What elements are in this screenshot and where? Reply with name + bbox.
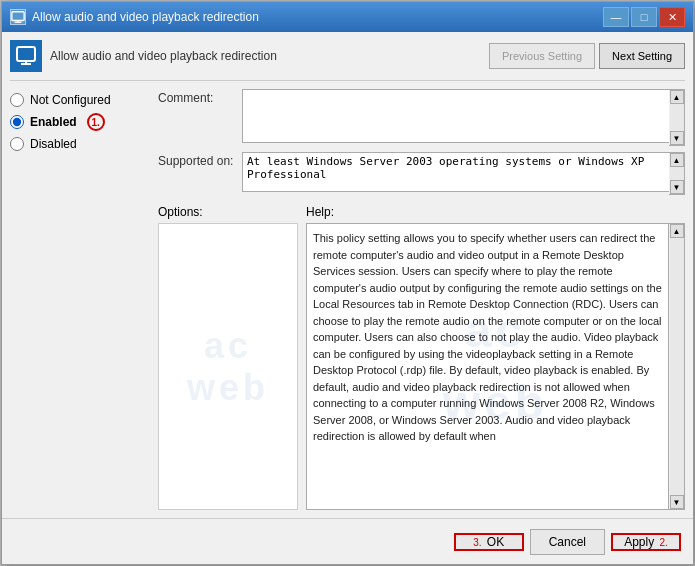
apply-step-badge: 2. xyxy=(660,537,668,548)
title-bar: Allow audio and video playback redirecti… xyxy=(2,2,693,32)
left-panel: Not Configured Enabled 1. Disabled xyxy=(10,89,150,510)
comment-scroll-down[interactable]: ▼ xyxy=(670,131,684,145)
close-button[interactable]: ✕ xyxy=(659,7,685,27)
comment-row: Comment: ▲ ▼ xyxy=(158,89,685,146)
title-bar-left: Allow audio and video playback redirecti… xyxy=(10,9,259,25)
help-section: Help: ac web This policy setting allows … xyxy=(306,205,685,510)
comment-scroll-track xyxy=(670,104,684,131)
ok-step-badge: 3. xyxy=(473,537,481,548)
maximize-button[interactable]: □ xyxy=(631,7,657,27)
supported-row: Supported on: ▲ ▼ xyxy=(158,152,685,195)
supported-textarea xyxy=(242,152,669,192)
options-label: Options: xyxy=(158,205,298,219)
header-title: Allow audio and video playback redirecti… xyxy=(50,49,277,63)
options-section: Options: ac web xyxy=(158,205,298,510)
radio-not-configured[interactable]: Not Configured xyxy=(10,93,150,107)
options-panel: ac web xyxy=(158,223,298,510)
comment-wrapper: ▲ ▼ xyxy=(242,89,685,146)
radio-enabled-label: Enabled xyxy=(30,115,77,129)
radio-disabled-input[interactable] xyxy=(10,137,24,151)
help-scrollbar[interactable]: ▲ ▼ xyxy=(669,223,685,510)
nav-buttons: Previous Setting Next Setting xyxy=(489,43,685,69)
svg-rect-0 xyxy=(12,12,24,21)
svg-rect-3 xyxy=(17,47,35,61)
apply-label: Apply xyxy=(624,535,654,549)
previous-setting-button[interactable]: Previous Setting xyxy=(489,43,595,69)
title-bar-controls: — □ ✕ xyxy=(603,7,685,27)
comment-scrollbar[interactable]: ▲ ▼ xyxy=(669,89,685,146)
supported-scroll-down[interactable]: ▼ xyxy=(670,180,684,194)
step1-badge: 1. xyxy=(87,113,105,131)
supported-label: Supported on: xyxy=(158,152,238,168)
radio-not-configured-input[interactable] xyxy=(10,93,24,107)
help-scroll-down[interactable]: ▼ xyxy=(670,495,684,509)
next-setting-button[interactable]: Next Setting xyxy=(599,43,685,69)
apply-button[interactable]: Apply 2. xyxy=(611,533,681,551)
main-window: Allow audio and video playback redirecti… xyxy=(1,1,694,565)
bottom-panels: Options: ac web Help: ac web This policy… xyxy=(158,205,685,510)
comment-label: Comment: xyxy=(158,89,238,105)
window-icon xyxy=(10,9,26,25)
right-panel: Comment: ▲ ▼ Supported on: xyxy=(158,89,685,510)
supported-scroll-up[interactable]: ▲ xyxy=(670,153,684,167)
radio-disabled[interactable]: Disabled xyxy=(10,137,150,151)
supported-wrapper: ▲ ▼ xyxy=(242,152,685,195)
help-scroll-track xyxy=(670,238,684,495)
footer: 3. OK Cancel Apply 2. xyxy=(2,518,693,564)
ok-button[interactable]: 3. OK xyxy=(454,533,524,551)
ok-label: OK xyxy=(487,535,504,549)
policy-icon xyxy=(10,40,42,72)
radio-enabled[interactable]: Enabled 1. xyxy=(10,113,150,131)
help-box-wrapper: ac web This policy setting allows you to… xyxy=(306,223,685,510)
watermark-options: ac web xyxy=(187,325,269,409)
help-text: This policy setting allows you to specif… xyxy=(313,230,662,445)
content-area: Allow audio and video playback redirecti… xyxy=(2,32,693,518)
header-left: Allow audio and video playback redirecti… xyxy=(10,40,277,72)
help-scroll-up[interactable]: ▲ xyxy=(670,224,684,238)
supported-scroll-track xyxy=(670,167,684,180)
window-title: Allow audio and video playback redirecti… xyxy=(32,10,259,24)
main-body: Not Configured Enabled 1. Disabled Comme… xyxy=(10,89,685,510)
minimize-button[interactable]: — xyxy=(603,7,629,27)
radio-disabled-label: Disabled xyxy=(30,137,77,151)
radio-not-configured-label: Not Configured xyxy=(30,93,111,107)
radio-enabled-input[interactable] xyxy=(10,115,24,129)
header-row: Allow audio and video playback redirecti… xyxy=(10,40,685,81)
help-text-box: ac web This policy setting allows you to… xyxy=(306,223,669,510)
comment-textarea[interactable] xyxy=(242,89,669,143)
help-label: Help: xyxy=(306,205,685,219)
supported-scrollbar[interactable]: ▲ ▼ xyxy=(669,152,685,195)
comment-scroll-up[interactable]: ▲ xyxy=(670,90,684,104)
cancel-button[interactable]: Cancel xyxy=(530,529,605,555)
